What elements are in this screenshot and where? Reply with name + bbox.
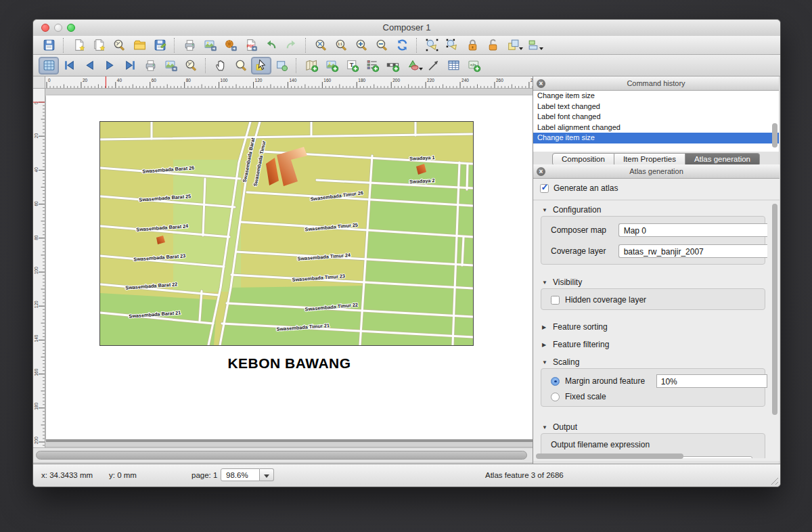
duplicate-composer-button[interactable] bbox=[89, 37, 109, 54]
zoom-level-combo[interactable]: 98.6% bbox=[221, 468, 274, 481]
section-output[interactable]: ▼ Output bbox=[542, 422, 577, 432]
triangle-right-icon[interactable]: ▶ bbox=[542, 324, 548, 330]
export-as-image-button[interactable] bbox=[200, 37, 220, 54]
ungroup-items-button[interactable] bbox=[442, 37, 462, 54]
hidden-coverage-layer-checkbox[interactable] bbox=[551, 296, 560, 305]
composer-manager-button[interactable] bbox=[109, 37, 129, 54]
print-button[interactable] bbox=[179, 37, 200, 54]
first-feature-button[interactable] bbox=[59, 57, 79, 74]
atlas-horizontal-scrollbar-thumb[interactable] bbox=[536, 453, 683, 459]
panel-tabs: CompositionItem PropertiesAtlas generati… bbox=[533, 153, 779, 165]
fixed-scale-radio[interactable] bbox=[551, 393, 560, 401]
redo-button[interactable] bbox=[281, 37, 301, 54]
zoom-actual-button[interactable]: 1:1 bbox=[331, 37, 351, 54]
zoom-full-button[interactable] bbox=[311, 37, 331, 54]
coverage-layer-select[interactable]: batas_rw_banjir_2007 bbox=[618, 244, 767, 258]
select-move-item-button[interactable] bbox=[251, 57, 271, 74]
print-atlas-icon bbox=[143, 58, 158, 72]
toolbar-separator bbox=[416, 38, 418, 53]
margin-value-input[interactable]: 10% bbox=[656, 374, 767, 388]
save-project-button[interactable] bbox=[39, 37, 59, 54]
triangle-down-icon[interactable]: ▼ bbox=[542, 280, 548, 286]
align-items-button[interactable] bbox=[523, 37, 543, 54]
section-configuration[interactable]: ▼ Configuration bbox=[542, 205, 601, 215]
add-html-frame-icon: </> bbox=[467, 58, 481, 72]
composer-map-select[interactable]: Map 0 bbox=[618, 223, 767, 237]
svg-text:200: 200 bbox=[34, 437, 39, 444]
move-item-content-button[interactable] bbox=[271, 57, 292, 74]
new-composer-button[interactable] bbox=[68, 37, 89, 54]
preview-atlas-button[interactable] bbox=[39, 57, 59, 74]
add-arrow-button[interactable] bbox=[423, 57, 443, 74]
print-atlas-button[interactable] bbox=[140, 57, 160, 74]
history-item[interactable]: Label font changed bbox=[533, 112, 779, 123]
triangle-down-icon[interactable]: ▼ bbox=[542, 359, 548, 365]
save-as-template-button[interactable] bbox=[150, 37, 170, 54]
export-as-pdf-button[interactable]: PDF bbox=[240, 37, 261, 54]
add-image-button[interactable] bbox=[321, 57, 342, 74]
composition-canvas[interactable]: Swasembada Barat 26Swasembada Barat 25Sw… bbox=[45, 89, 533, 446]
add-new-map-button[interactable] bbox=[301, 57, 321, 74]
triangle-right-icon[interactable]: ▶ bbox=[542, 342, 548, 348]
lock-items-button[interactable] bbox=[462, 37, 482, 54]
right-panel: × Command history Change item sizeLabel … bbox=[533, 76, 779, 464]
group-items-button[interactable] bbox=[422, 37, 442, 54]
atlas-generation-dock: × Atlas generation Generate an atlas ▼ C… bbox=[533, 164, 780, 461]
zoom-tool-button[interactable] bbox=[231, 57, 251, 74]
svg-text:260: 260 bbox=[496, 78, 503, 83]
section-scaling[interactable]: ▼ Scaling bbox=[542, 357, 579, 367]
add-label-button[interactable]: T bbox=[342, 57, 362, 74]
svg-text:180: 180 bbox=[34, 403, 39, 410]
close-icon[interactable]: × bbox=[537, 167, 545, 176]
atlas-vertical-scrollbar-thumb[interactable] bbox=[772, 204, 777, 415]
generate-atlas-label: Generate an atlas bbox=[554, 183, 618, 193]
add-html-frame-button[interactable]: </> bbox=[464, 57, 484, 74]
atlas-settings-button[interactable] bbox=[181, 57, 201, 74]
previous-feature-button[interactable] bbox=[79, 57, 99, 74]
history-scrollbar-thumb[interactable] bbox=[772, 123, 777, 148]
unlock-items-button[interactable] bbox=[482, 37, 503, 54]
canvas-horizontal-scrollbar[interactable] bbox=[33, 447, 533, 462]
pan-button[interactable] bbox=[210, 57, 231, 74]
section-feature-filtering[interactable]: ▶ Feature filtering bbox=[542, 340, 609, 349]
load-template-button[interactable] bbox=[129, 37, 150, 54]
scrollbar-thumb[interactable] bbox=[36, 451, 527, 460]
history-item[interactable]: Label text changed bbox=[533, 102, 779, 112]
triangle-down-icon[interactable]: ▼ bbox=[542, 424, 548, 430]
zoom-in-button[interactable] bbox=[351, 37, 371, 54]
map-item[interactable]: Swasembada Barat 26Swasembada Barat 25Sw… bbox=[99, 121, 474, 346]
first-feature-icon bbox=[62, 58, 76, 72]
refresh-view-button[interactable] bbox=[392, 37, 412, 54]
zoom-out-button[interactable] bbox=[371, 37, 392, 54]
add-legend-button[interactable] bbox=[362, 57, 382, 74]
section-visibility[interactable]: ▼ Visibility bbox=[542, 278, 582, 287]
raise-items-button[interactable] bbox=[503, 37, 523, 54]
undo-button[interactable] bbox=[261, 37, 281, 54]
add-scalebar-button[interactable] bbox=[382, 57, 403, 74]
add-shape-icon bbox=[406, 58, 420, 72]
close-icon[interactable]: × bbox=[537, 79, 545, 88]
add-attribute-table-button[interactable] bbox=[443, 57, 464, 74]
export-as-svg-button[interactable] bbox=[220, 37, 240, 54]
export-atlas-as-image-button[interactable] bbox=[160, 57, 181, 74]
triangle-down-icon[interactable]: ▼ bbox=[542, 207, 548, 213]
history-item[interactable]: Change item size bbox=[533, 133, 779, 143]
generate-atlas-checkbox[interactable] bbox=[540, 184, 549, 193]
history-item[interactable]: Change item size bbox=[533, 91, 779, 102]
zoom-in-icon bbox=[355, 38, 369, 52]
composition-page[interactable]: Swasembada Barat 26Swasembada Barat 25Sw… bbox=[46, 95, 533, 439]
coverage-layer-label: Coverage layer bbox=[551, 246, 613, 256]
history-item[interactable]: Label alignment changed bbox=[533, 123, 779, 133]
zoom-level-value[interactable]: 98.6% bbox=[221, 468, 260, 481]
resize-grip-icon[interactable] bbox=[769, 476, 778, 485]
margin-around-feature-radio[interactable] bbox=[551, 377, 560, 386]
next-feature-button[interactable] bbox=[99, 57, 120, 74]
map-title-label[interactable]: KEBON BAWANG bbox=[46, 355, 533, 372]
visibility-group: Hidden coverage layer bbox=[541, 288, 765, 310]
last-feature-button[interactable] bbox=[120, 57, 140, 74]
section-feature-sorting[interactable]: ▶ Feature sorting bbox=[542, 322, 608, 332]
print-icon bbox=[183, 38, 197, 52]
zoom-dropdown-button[interactable] bbox=[260, 468, 274, 481]
add-shape-button[interactable] bbox=[403, 57, 423, 74]
titlebar[interactable]: Composer 1 bbox=[33, 20, 780, 37]
